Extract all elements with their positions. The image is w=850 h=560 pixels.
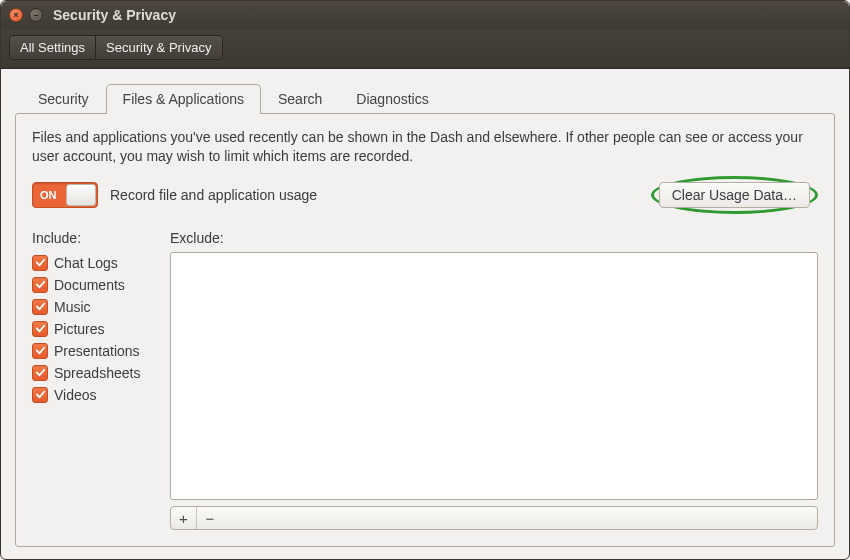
include-item-label: Music (54, 299, 91, 315)
checkbox-documents[interactable] (32, 277, 48, 293)
tab-security[interactable]: Security (21, 84, 106, 114)
include-label: Include: (32, 230, 160, 246)
checkbox-pictures[interactable] (32, 321, 48, 337)
include-item-documents: Documents (32, 274, 160, 296)
tab-diagnostics[interactable]: Diagnostics (339, 84, 445, 114)
exclude-list-actions: + − (170, 506, 818, 530)
content-area: Security Files & Applications Search Dia… (1, 69, 849, 559)
checkbox-music[interactable] (32, 299, 48, 315)
check-icon (35, 345, 46, 356)
include-item-label: Videos (54, 387, 97, 403)
include-item-presentations: Presentations (32, 340, 160, 362)
add-exclude-button[interactable]: + (171, 507, 197, 529)
settings-window: × – Security & Privacy All Settings Secu… (0, 0, 850, 560)
include-item-label: Documents (54, 277, 125, 293)
checkbox-videos[interactable] (32, 387, 48, 403)
minimize-icon[interactable]: – (29, 8, 43, 22)
include-item-label: Chat Logs (54, 255, 118, 271)
titlebar: × – Security & Privacy (1, 1, 849, 29)
breadcrumb-security-privacy[interactable]: Security & Privacy (96, 36, 221, 59)
include-item-chat-logs: Chat Logs (32, 252, 160, 274)
clear-usage-data-button[interactable]: Clear Usage Data… (659, 182, 810, 208)
check-icon (35, 257, 46, 268)
exclude-column: Exclude: + − (170, 230, 818, 530)
tab-files-applications[interactable]: Files & Applications (106, 84, 261, 114)
tab-search[interactable]: Search (261, 84, 339, 114)
annotation-highlight: Clear Usage Data… (651, 176, 818, 214)
check-icon (35, 367, 46, 378)
toggle-on-label: ON (40, 189, 57, 201)
include-item-label: Pictures (54, 321, 105, 337)
check-icon (35, 279, 46, 290)
checkbox-chat-logs[interactable] (32, 255, 48, 271)
checkbox-presentations[interactable] (32, 343, 48, 359)
record-usage-label: Record file and application usage (110, 187, 317, 203)
check-icon (35, 323, 46, 334)
include-item-label: Presentations (54, 343, 140, 359)
checkbox-spreadsheets[interactable] (32, 365, 48, 381)
include-item-music: Music (32, 296, 160, 318)
window-title: Security & Privacy (53, 7, 176, 23)
check-icon (35, 389, 46, 400)
close-icon[interactable]: × (9, 8, 23, 22)
record-usage-toggle[interactable]: ON (32, 182, 98, 208)
exclude-label: Exclude: (170, 230, 818, 246)
breadcrumb-all-settings[interactable]: All Settings (10, 36, 96, 59)
panel-description: Files and applications you've used recen… (32, 128, 818, 166)
toggle-knob (66, 184, 96, 206)
check-icon (35, 301, 46, 312)
remove-exclude-button[interactable]: − (197, 507, 223, 529)
breadcrumb: All Settings Security & Privacy (9, 35, 223, 60)
include-item-spreadsheets: Spreadsheets (32, 362, 160, 384)
tab-panel: Files and applications you've used recen… (15, 113, 835, 547)
include-item-videos: Videos (32, 384, 160, 406)
toolbar: All Settings Security & Privacy (1, 29, 849, 69)
exclude-listbox[interactable] (170, 252, 818, 500)
include-item-label: Spreadsheets (54, 365, 140, 381)
tabstrip: Security Files & Applications Search Dia… (15, 83, 835, 113)
include-column: Include: Chat Logs Documents (32, 230, 160, 530)
include-item-pictures: Pictures (32, 318, 160, 340)
